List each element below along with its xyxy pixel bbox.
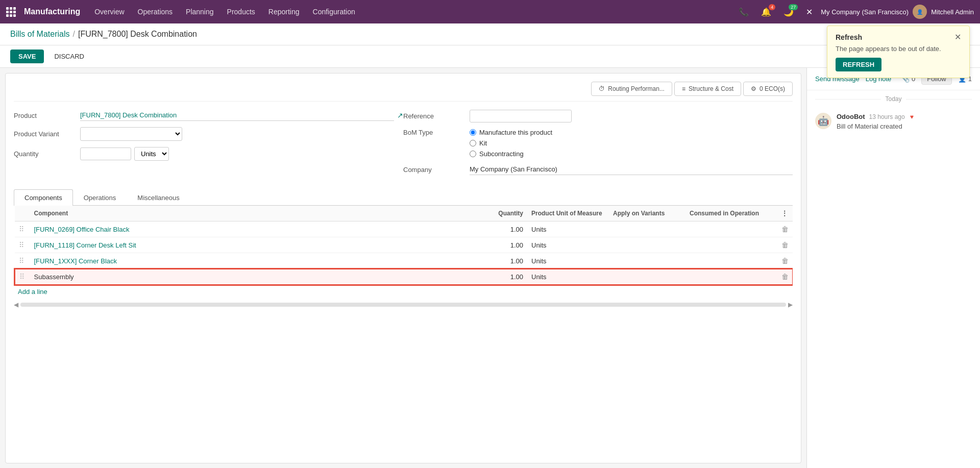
- date-sep-label: Today: [881, 95, 905, 103]
- scroll-left-btn[interactable]: ◀: [14, 301, 18, 308]
- nav-right: 📞 🔔 4 🌙 27 ✕ My Company (San Francisco) …: [734, 5, 974, 19]
- avatar-initials: 👤: [917, 9, 923, 15]
- bom-type-kit-radio[interactable]: [470, 140, 476, 146]
- scroll-right-btn[interactable]: ▶: [788, 301, 793, 308]
- save-button[interactable]: SAVE: [10, 50, 44, 63]
- refresh-popup-text: The page appears to be out of date.: [836, 45, 961, 53]
- th-quantity: Quantity: [481, 206, 527, 221]
- close-btn[interactable]: ✕: [802, 5, 817, 19]
- routing-performance-btn[interactable]: ⏱ Routing Performan...: [591, 82, 672, 96]
- component-link[interactable]: [FURN_0269] Office Chair Black: [34, 226, 130, 233]
- product-variant-field-row: Product Variant: [14, 127, 403, 141]
- refresh-popup-close-btn[interactable]: ✕: [954, 32, 961, 42]
- breadcrumb-separator: /: [72, 30, 75, 39]
- drag-handle-icon[interactable]: ⠿: [19, 241, 24, 249]
- bom-type-field-row: BoM Type Manufacture this product Kit: [403, 129, 793, 158]
- product-value-group: [FURN_7800] Desk Combination ↗: [80, 110, 403, 121]
- notifications-badge: 4: [769, 4, 775, 10]
- avatar[interactable]: 👤: [913, 5, 927, 19]
- operation-cell: [685, 269, 777, 285]
- eco-btn[interactable]: ⚙ 0 ECO(s): [743, 82, 793, 96]
- bom-type-radio-group: Manufacture this product Kit Subcontract…: [470, 129, 552, 158]
- th-operation: Consumed in Operation: [685, 206, 777, 221]
- drag-handle-cell: ⠿: [15, 237, 30, 253]
- table-row: ⠿ [FURN_1XXX] Corner Black 1.00 Units 🗑: [15, 253, 793, 269]
- discard-button[interactable]: DISCARD: [48, 50, 90, 63]
- th-drag: [15, 206, 30, 221]
- app-brand[interactable]: Manufacturing: [6, 7, 80, 17]
- company-value: My Company (San Francisco): [470, 164, 793, 175]
- component-link[interactable]: [FURN_1118] Corner Desk Left Sit: [34, 241, 136, 249]
- operation-cell: [685, 237, 777, 253]
- component-cell: [FURN_0269] Office Chair Black: [30, 221, 482, 237]
- component-cell: Subassembly: [30, 269, 482, 285]
- bom-type-subcontracting[interactable]: Subcontracting: [470, 150, 552, 158]
- component-link[interactable]: [FURN_1XXX] Corner Black: [34, 257, 117, 265]
- nav-overview[interactable]: Overview: [88, 5, 130, 19]
- nav-planning[interactable]: Planning: [180, 5, 220, 19]
- unit-cell: Units: [527, 269, 609, 285]
- message-author: OdooBot: [837, 113, 865, 120]
- bom-type-manufacture-radio[interactable]: [470, 129, 476, 136]
- product-field-row: Product [FURN_7800] Desk Combination ↗: [14, 110, 403, 121]
- quantity-input[interactable]: 1.00: [80, 147, 131, 160]
- variants-cell: [609, 269, 685, 285]
- table-row: ⠿ [FURN_0269] Office Chair Black 1.00 Un…: [15, 221, 793, 237]
- drag-handle-icon[interactable]: ⠿: [19, 273, 24, 281]
- bom-type-manufacture[interactable]: Manufacture this product: [470, 129, 552, 136]
- messages-btn[interactable]: 🌙 27: [779, 5, 798, 19]
- message-time: 13 hours ago: [869, 113, 905, 120]
- bom-type-kit[interactable]: Kit: [470, 139, 552, 147]
- variants-cell: [609, 237, 685, 253]
- delete-cell: 🗑: [777, 221, 793, 237]
- refresh-btn[interactable]: REFRESH: [836, 58, 881, 71]
- bot-avatar: 🤖: [815, 113, 831, 129]
- table-row-subassembly: ⠿ Subassembly 1.00 Units 🗑: [15, 269, 793, 285]
- external-link-icon[interactable]: ↗: [397, 111, 403, 119]
- add-line-btn[interactable]: Add a line: [14, 285, 52, 299]
- left-col: Product [FURN_7800] Desk Combination ↗ P…: [14, 110, 403, 181]
- tab-operations[interactable]: Operations: [73, 189, 127, 206]
- right-col: Reference BoM Type Manufacture this prod…: [403, 110, 793, 181]
- table-header-row: Component Quantity Product Unit of Measu…: [15, 206, 793, 221]
- structure-cost-btn[interactable]: ≡ Structure & Cost: [674, 82, 741, 96]
- product-variant-select[interactable]: [80, 127, 182, 141]
- delete-row-btn[interactable]: 🗑: [781, 225, 789, 233]
- reference-value: [470, 110, 793, 122]
- refresh-popup: Refresh ✕ The page appears to be out of …: [827, 26, 970, 78]
- nav-products[interactable]: Products: [221, 5, 261, 19]
- tab-miscellaneous[interactable]: Miscellaneous: [127, 189, 190, 206]
- company-value-group: My Company (San Francisco): [470, 164, 793, 175]
- breadcrumb-parent[interactable]: Bills of Materials: [10, 30, 69, 39]
- nav-reporting[interactable]: Reporting: [262, 5, 306, 19]
- drag-handle-cell: ⠿: [15, 221, 30, 237]
- product-value[interactable]: [FURN_7800] Desk Combination: [80, 110, 394, 121]
- reference-label: Reference: [403, 112, 470, 120]
- list-icon: ≡: [682, 85, 685, 92]
- tab-components[interactable]: Components: [14, 189, 73, 206]
- component-cell: [FURN_1XXX] Corner Black: [30, 253, 482, 269]
- reference-input[interactable]: [470, 110, 572, 122]
- scroll-track[interactable]: [20, 303, 786, 307]
- product-variant-value-group: [80, 127, 403, 141]
- quantity-cell: 1.00: [481, 253, 527, 269]
- drag-handle-icon[interactable]: ⠿: [19, 257, 24, 265]
- delete-row-btn[interactable]: 🗑: [781, 257, 789, 265]
- drag-handle-icon[interactable]: ⠿: [19, 225, 24, 233]
- phone-icon-btn[interactable]: 📞: [734, 5, 753, 19]
- subassembly-value[interactable]: Subassembly: [34, 273, 74, 281]
- nav-configuration[interactable]: Configuration: [307, 5, 361, 19]
- user-name: Mitchell Admin: [931, 8, 974, 16]
- delete-row-btn[interactable]: 🗑: [781, 241, 789, 249]
- company-field-row: Company My Company (San Francisco): [403, 164, 793, 175]
- message-header: OdooBot 13 hours ago ♥: [837, 113, 914, 120]
- notifications-btn[interactable]: 🔔 4: [757, 5, 775, 19]
- refresh-popup-title: Refresh: [836, 33, 862, 41]
- nav-operations[interactable]: Operations: [132, 5, 179, 19]
- quantity-value-group: 1.00 Units: [80, 147, 403, 161]
- delete-row-btn[interactable]: 🗑: [781, 273, 789, 281]
- bom-type-subcontracting-radio[interactable]: [470, 151, 476, 157]
- top-navigation: Manufacturing Overview Operations Planni…: [0, 0, 980, 23]
- structure-label: Structure & Cost: [689, 85, 733, 92]
- quantity-unit-select[interactable]: Units: [134, 147, 169, 161]
